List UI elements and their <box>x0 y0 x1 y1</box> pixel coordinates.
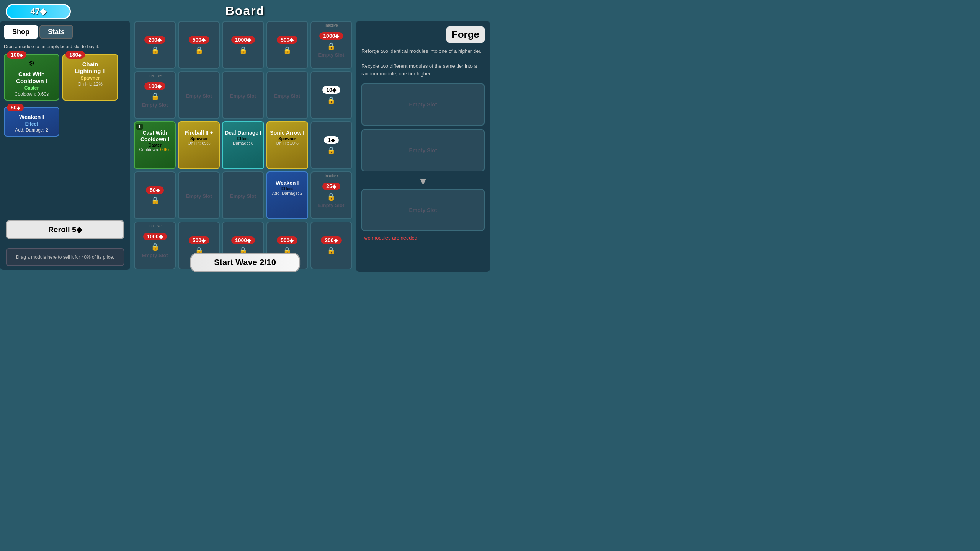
tab-shop[interactable]: Shop <box>4 25 38 39</box>
board-row-0: 200◆ 🔒 500◆ 🔒 1000◆ 🔒 500◆ 🔒 1000◆ 🔒 Emp… <box>134 21 352 69</box>
board-module-3-3[interactable]: Weaken I Effect Add. Damage: 2 <box>266 171 308 219</box>
slot-price-1-4: 10◆ <box>322 86 340 94</box>
lock-icon-0-4: 🔒 <box>327 42 335 51</box>
forge-warning: Two modules are needed. <box>361 235 485 241</box>
module-title-2-3: Sonic Arrow I <box>267 130 307 136</box>
currency-amount: 47 <box>30 7 39 16</box>
empty-text-3-2: Empty Slot <box>230 193 256 199</box>
left-panel: Shop Stats Drag a module to an empty boa… <box>0 21 130 270</box>
board-module-2-3[interactable]: Sonic Arrow I Spawner On Hit: 20% <box>266 121 308 169</box>
board-slot-4-0[interactable]: 1000◆ 🔒 Empty Slot <box>134 222 176 269</box>
shop-card-type-0: Caster <box>8 85 56 91</box>
shop-card-title-1: ChainLightning II <box>66 61 114 75</box>
shop-card-1[interactable]: 180 ChainLightning II Spawner On Hit: 12… <box>62 54 118 101</box>
lock-icon-2-4: 🔒 <box>327 146 335 155</box>
board-module-2-0[interactable]: 1 Cast WithCooldown I Caster Cooldown: 0… <box>134 121 176 169</box>
forge-description: Reforge two identical modules into one o… <box>361 47 485 77</box>
board-slot-0-4[interactable]: 1000◆ 🔒 Empty Slot <box>310 21 352 69</box>
board-row-3: 50◆ 🔒 Empty Slot Empty Slot Weaken I Eff… <box>134 171 352 219</box>
shop-card-2[interactable]: 50 Weaken I Effect Add. Damage: 2 <box>4 107 59 137</box>
forge-slot-2[interactable]: Empty Slot <box>361 189 485 231</box>
lock-icon-3-4: 🔒 <box>327 192 335 201</box>
currency-display: 47◆ <box>6 4 71 19</box>
slot-price-2-4: 1◆ <box>324 136 339 144</box>
slot-price-0-2: 1000◆ <box>231 36 255 44</box>
board-slot-0-0[interactable]: 200◆ 🔒 <box>134 21 176 69</box>
module-stat-2-0: Cooldown: 0.90s <box>135 147 175 152</box>
board-row-1: 100◆ 🔒 Empty Slot Empty Slot Empty Slot … <box>134 71 352 119</box>
board-slot-0-1[interactable]: 500◆ 🔒 <box>178 21 220 69</box>
forge-desc-1: Reforge two identical modules into one o… <box>361 47 485 55</box>
board-slot-1-4[interactable]: 10◆ 🔒 <box>310 71 352 119</box>
module-type-2-0: Caster <box>135 143 175 147</box>
board-slot-3-1[interactable]: Empty Slot <box>178 171 220 219</box>
empty-text-1-1: Empty Slot <box>186 93 212 99</box>
module-stat-3-3: Add. Damage: 2 <box>267 191 307 196</box>
shop-cards-row-1: 100 ⚙ Cast WithCooldown I Caster Cooldow… <box>4 54 126 104</box>
lock-icon-3-0: 🔒 <box>151 196 159 205</box>
board-slot-3-4[interactable]: 25◆ 🔒 Empty Slot <box>310 171 352 219</box>
shop-card-stat-2: Add. Damage: 2 <box>8 127 56 133</box>
slot-price-3-0: 50◆ <box>146 186 164 194</box>
lock-icon-4-4: 🔒 <box>327 246 335 255</box>
empty-text-3-4: Empty Slot <box>318 202 344 208</box>
board-module-2-1[interactable]: Fireball II + Spawner On Hit: 85% <box>178 121 220 169</box>
empty-text-4-0: Empty Slot <box>142 253 168 258</box>
forge-panel: Forge Reforge two identical modules into… <box>356 21 490 272</box>
board-slot-1-2[interactable]: Empty Slot <box>222 71 264 119</box>
slot-price-0-1: 500◆ <box>189 36 209 44</box>
board-area: 200◆ 🔒 500◆ 🔒 1000◆ 🔒 500◆ 🔒 1000◆ 🔒 Emp… <box>134 21 352 254</box>
lock-icon-1-4: 🔒 <box>327 96 335 104</box>
shop-card-price-1: 180 <box>65 51 85 59</box>
module-title-2-0: Cast WithCooldown I <box>135 130 175 143</box>
shop-card-type-2: Effect <box>8 121 56 127</box>
board-slot-0-2[interactable]: 1000◆ 🔒 <box>222 21 264 69</box>
reroll-label: Reroll 5 <box>48 225 76 234</box>
module-stat-2-3: On Hit: 20% <box>267 141 307 145</box>
shop-card-price-0: 100 <box>7 51 26 59</box>
board-slot-2-4[interactable]: 1◆ 🔒 <box>310 121 352 169</box>
forge-slot-1[interactable]: Empty Slot <box>361 129 485 171</box>
forge-slot-label-0: Empty Slot <box>409 101 437 108</box>
shop-card-type-1: Spawner <box>66 75 114 81</box>
tab-bar: Shop Stats <box>4 25 126 39</box>
board-slot-4-4[interactable]: 200◆ 🔒 <box>310 222 352 269</box>
forge-slot-0[interactable]: Empty Slot <box>361 83 485 126</box>
shop-card-icon-0: ⚙ <box>8 59 56 68</box>
forge-desc-2: Recycle two different modules of the sam… <box>361 62 485 77</box>
empty-text-3-1: Empty Slot <box>186 193 212 199</box>
shop-card-stat-0: Cooldown: 0.60s <box>8 91 56 97</box>
sell-zone[interactable]: Drag a module here to sell it for 40% of… <box>6 248 124 266</box>
slot-price-1-0: 100◆ <box>144 82 165 90</box>
board-slot-1-1[interactable]: Empty Slot <box>178 71 220 119</box>
lock-icon-0-0: 🔒 <box>151 46 159 54</box>
module-num-2-0: 1 <box>136 124 143 130</box>
module-title-2-1: Fireball II + <box>179 130 219 136</box>
currency-symbol: ◆ <box>40 7 46 16</box>
empty-text-1-3: Empty Slot <box>274 93 300 99</box>
module-title-2-2: Deal Damage I <box>223 130 263 136</box>
lock-icon-0-1: 🔒 <box>195 46 203 54</box>
board-slot-0-3[interactable]: 500◆ 🔒 <box>266 21 308 69</box>
board-slot-3-2[interactable]: Empty Slot <box>222 171 264 219</box>
forge-slot-label-2: Empty Slot <box>409 207 437 213</box>
start-wave-button[interactable]: Start Wave 2/10 <box>190 253 300 272</box>
empty-text-1-2: Empty Slot <box>230 93 256 99</box>
board-slot-1-0[interactable]: 100◆ 🔒 Empty Slot <box>134 71 176 119</box>
shop-card-0[interactable]: 100 ⚙ Cast WithCooldown I Caster Cooldow… <box>4 54 59 101</box>
lock-icon-1-0: 🔒 <box>151 92 159 101</box>
reroll-button[interactable]: Reroll 5◆ <box>6 220 124 239</box>
board-title: Board <box>225 4 265 18</box>
lock-icon-4-0: 🔒 <box>151 243 159 251</box>
board-slot-1-3[interactable]: Empty Slot <box>266 71 308 119</box>
board-module-2-2[interactable]: Deal Damage I Effect Damage: 8 <box>222 121 264 169</box>
lock-icon-0-2: 🔒 <box>239 46 247 54</box>
slot-price-4-1: 500◆ <box>189 236 209 244</box>
forge-arrow: ▼ <box>361 175 485 187</box>
module-type-3-3: Effect <box>267 186 307 191</box>
board-slot-3-0[interactable]: 50◆ 🔒 <box>134 171 176 219</box>
sell-hint: Drag a module here to sell it for 40% of… <box>16 254 114 260</box>
tab-stats[interactable]: Stats <box>39 25 73 39</box>
board-row-2: 1 Cast WithCooldown I Caster Cooldown: 0… <box>134 121 352 169</box>
slot-price-0-0: 200◆ <box>144 36 165 44</box>
